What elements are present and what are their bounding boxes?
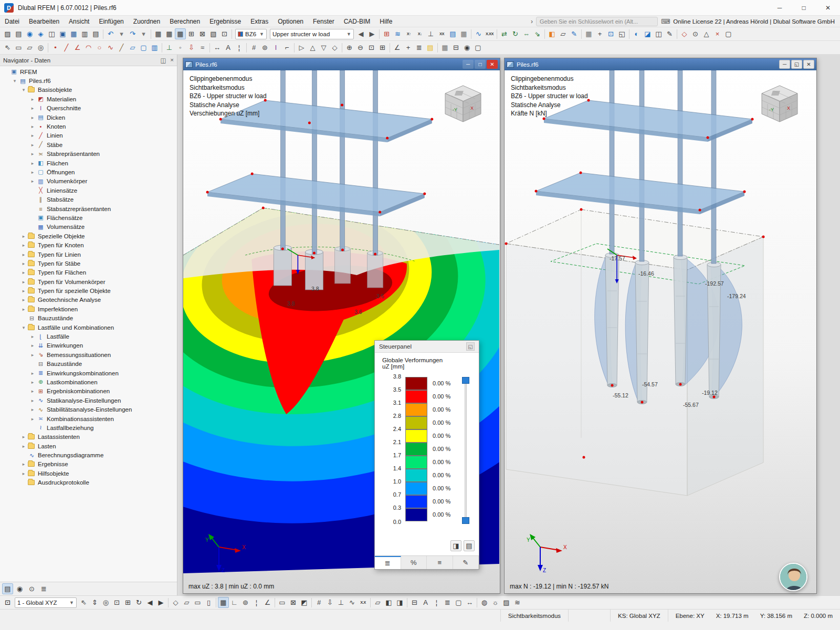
expand-icon[interactable]: ▸ [29,142,36,148]
child-minimize-button[interactable]: ─ [779,60,790,69]
annotation-icon[interactable]: ✎ [664,28,675,39]
tree-item[interactable]: ▸Lastassistenten [0,433,177,442]
previous-view-icon[interactable]: ◀ [144,597,155,608]
display-navigator-tab[interactable]: ≣ [38,583,49,594]
pick-icon[interactable]: ⇖ [78,597,89,608]
expand-icon[interactable]: ▸ [29,106,36,111]
view-in-y-icon[interactable]: △ [307,42,318,53]
layers-icon[interactable]: ≣ [414,42,425,53]
view-xz-icon[interactable]: ▭ [192,597,203,608]
redo-icon[interactable]: ↷ [127,28,138,39]
views-navigator-tab[interactable]: ◉ [14,583,25,594]
new-imperfection-icon[interactable]: ≈ [197,42,208,53]
menu-einfgen[interactable]: Einfügen [94,17,128,26]
zoom-window-icon[interactable]: ⊡ [111,597,122,608]
tree-item[interactable]: ▸╱Linien [0,131,177,140]
undo-icon[interactable]: ↶ [105,28,116,39]
find-icon[interactable]: ◎ [35,42,46,53]
loadcase-short-combo[interactable]: BZ6 ▼ [235,29,267,39]
tree-item[interactable]: ▸⇊Einwirkungen [0,341,177,350]
calculate-all-icon[interactable]: ⊞ [381,28,392,39]
save-icon[interactable]: ▣ [57,28,68,39]
menu-hilfe[interactable]: Hilfe [375,17,397,26]
rotate-view-icon[interactable]: ↻ [133,597,144,608]
render-wireframe-icon[interactable]: ▱ [558,28,569,39]
isometric-view-icon[interactable]: ◇ [329,42,340,53]
section-icon[interactable]: ◫ [653,28,664,39]
expand-icon[interactable]: ▸ [20,288,27,293]
grid-icon[interactable]: ▦ [583,28,594,39]
isometric-icon[interactable]: ◇ [170,597,181,608]
snap-object-icon[interactable]: ⊚ [240,597,251,608]
previous-loadcase-icon[interactable]: ◀ [355,28,366,39]
values-x-down-icon[interactable]: X↓ [414,28,425,39]
snap-ortho-icon[interactable]: ∟ [229,597,240,608]
menu-cadbim[interactable]: CAD-BIM [339,17,375,26]
new-arc-icon[interactable]: ◠ [83,42,94,53]
transparent-icon[interactable]: ◨ [394,597,405,608]
new-hinge-icon[interactable]: ◦ [175,42,186,53]
navigator-close-icon[interactable]: × [170,57,174,64]
expand-icon[interactable]: ▸ [20,279,27,285]
color-scale-icon[interactable]: ▤ [425,42,436,53]
show-results-icon[interactable]: ∿ [473,28,484,39]
expand-icon[interactable]: ▸ [20,234,27,239]
new-surface-icon[interactable]: ▱ [127,42,138,53]
renderer-icon[interactable]: ◍ [479,597,490,608]
expand-icon[interactable]: ▸ [20,471,27,476]
tree-item[interactable]: Ausdruckprotokolle [0,478,177,487]
expand-icon[interactable]: ▸ [29,170,36,175]
camera-icon[interactable]: ⊙ [690,28,701,39]
select-window-icon[interactable]: ▭ [13,42,24,53]
tree-item[interactable]: ▸Typen für Knoten [0,240,177,249]
fullscreen-icon[interactable]: ▢ [472,42,484,53]
show-results-icon[interactable]: ∿ [346,597,358,608]
table-layout-3-icon[interactable]: ▦ [175,28,186,39]
expand-icon[interactable]: ▸ [29,343,36,348]
tree-item[interactable]: ▸◩Materialien [0,94,177,103]
menu-berechnen[interactable]: Berechnen [165,17,205,26]
child-minimize-button[interactable]: ─ [463,60,474,69]
tree-item[interactable]: ▸⊞Ergebniskombinationen [0,387,177,396]
expand-icon[interactable]: ▸ [29,352,36,358]
expand-icon[interactable]: ▸ [29,178,36,184]
menu-ergebnisse[interactable]: Ergebnisse [205,17,246,26]
print-graphic-icon[interactable]: ⊟ [450,42,461,53]
menu-bearbeiten[interactable]: Bearbeiten [24,17,64,26]
child-maximize-button[interactable]: □ [475,60,486,69]
tree-item[interactable]: ∥Stabsätze [0,195,177,204]
result-layers-icon[interactable]: ▤ [447,28,458,39]
edit-scale-tab[interactable]: ✎ [453,556,479,569]
menu-extras[interactable]: Extras [246,17,273,26]
child-close-button[interactable]: ✕ [803,60,814,69]
object-snap-icon[interactable]: ⊚ [259,42,270,53]
wireframe-icon[interactable]: ▱ [372,597,383,608]
next-view-icon[interactable]: ▶ [155,597,166,608]
minimize-button[interactable]: ─ [768,0,792,16]
navigation-cube[interactable]: -Y X [754,81,805,126]
select-mode-icon[interactable]: ▭ [277,597,288,608]
model-box-icon[interactable]: ▢ [723,28,734,39]
keyboard-shortcuts-icon[interactable]: ⌨ [661,18,670,25]
clipboard-icon[interactable]: ▤ [13,28,24,39]
measure-icon[interactable]: ↔ [464,597,475,608]
tree-item[interactable]: ▾Basisobjekte [0,86,177,94]
panel-undock-icon[interactable]: ◱ [466,342,475,351]
redo-dropdown-icon[interactable]: ▾ [138,28,149,39]
tree-item[interactable]: ▸Ergebnisse [0,460,177,469]
expand-icon[interactable]: ▸ [20,270,27,275]
table-script-icon[interactable]: ⊠ [197,28,208,39]
tree-item[interactable]: ▸ⅠQuerschnitte [0,104,177,113]
result-levels-icon[interactable]: ⊥ [425,28,436,39]
show-supports-icon[interactable]: ⊥ [335,597,346,608]
tree-item[interactable]: ▸≍Kombinationsassistenten [0,414,177,423]
tree-item[interactable]: ▸≣Einwirkungskombinationen [0,369,177,377]
expand-icon[interactable]: ▸ [20,297,27,302]
keyword-search-input[interactable]: Geben Sie ein Schlüsselwort ein (Alt... [536,17,658,26]
expand-icon[interactable]: ▸ [20,444,27,449]
margins-icon[interactable]: ⊟ [409,597,420,608]
table-layout-2-icon[interactable]: ▦ [164,28,175,39]
cross-section-icon[interactable]: Ⅰ [270,42,281,53]
new-opening-icon[interactable]: ▢ [138,42,149,53]
tree-item[interactable]: ▾Lastfälle und Kombinationen [0,323,177,332]
